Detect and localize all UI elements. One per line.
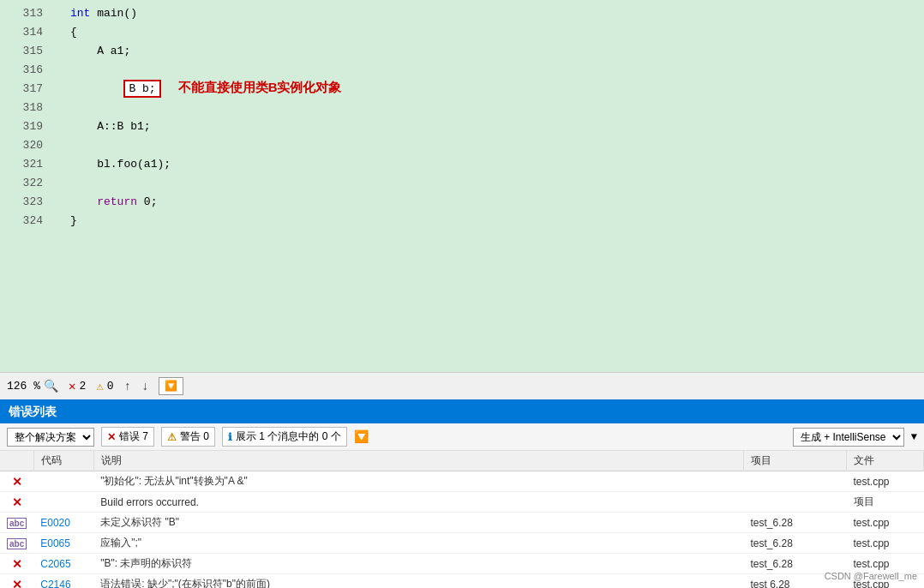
error-panel: 错误列表 整个解决方案 ✕ 错误 7 ⚠ 警告 0 ℹ 展示 1 个消息中的 0…: [0, 399, 924, 588]
warning-badge-icon: ⚠: [167, 431, 177, 443]
code-line: 322: [0, 173, 924, 192]
code-content: [67, 63, 924, 76]
error-panel-title: 错误列表: [0, 401, 924, 423]
line-number: 324: [0, 214, 51, 227]
watermark: CSDN @Farewell_me: [825, 571, 917, 581]
row-description: 应输入";": [93, 533, 743, 554]
error-row-icon: ✕: [12, 578, 22, 589]
row-description: 语法错误: 缺少";"(在标识符"b"的前面): [93, 574, 743, 589]
row-description: Build errors occurred.: [93, 492, 743, 513]
table-row[interactable]: ✕C2065"B": 未声明的标识符test_6.28test.cpp: [0, 554, 924, 574]
error-row-icon: ✕: [12, 495, 22, 509]
filter-extra-icon: 🔽: [354, 429, 369, 444]
table-row[interactable]: ✕Build errors occurred.项目: [0, 492, 924, 513]
error-row-icon: ✕: [12, 557, 22, 571]
row-icon-cell: ✕: [0, 492, 33, 513]
filter-button[interactable]: 🔽: [159, 377, 183, 395]
zoom-value: 126 %: [7, 380, 40, 393]
row-description: "B": 未声明的标识符: [93, 554, 743, 574]
abc-row-icon: abc: [7, 538, 27, 549]
col-header-desc: 说明: [93, 451, 743, 471]
code-editor: 313int main()314{315 A a1;316 317 B b;不能…: [0, 0, 924, 372]
code-line: 319 A::B b1;: [0, 117, 924, 135]
zoom-level: 126 % 🔍: [7, 379, 58, 393]
table-row[interactable]: abcE0020未定义标识符 "B"test_6.28test.cpp: [0, 513, 924, 533]
line-number: 321: [0, 158, 51, 171]
row-project: test_6.28: [744, 533, 847, 554]
code-line: 321 bl.foo(a1);: [0, 154, 924, 173]
table-row[interactable]: ✕"初始化": 无法从"int"转换为"A &"test.cpp: [0, 471, 924, 492]
code-line: 313int main(): [0, 3, 924, 22]
error-table: 代码 说明 项目 文件 ✕"初始化": 无法从"int"转换为"A &"test…: [0, 451, 924, 588]
build-dropdown-icon[interactable]: ▼: [911, 431, 917, 443]
line-number: 316: [0, 63, 51, 76]
code-lines: 313int main()314{315 A a1;316 317 B b;不能…: [0, 0, 924, 372]
row-project: [744, 471, 847, 492]
row-file: test.cpp: [847, 471, 924, 492]
line-number: 317: [0, 82, 51, 95]
line-number: 320: [0, 139, 51, 152]
row-icon-cell: ✕: [0, 554, 33, 574]
status-bar: 126 % 🔍 ✕ 2 ⚠ 0 ↑ ↓ 🔽: [0, 372, 924, 399]
error-icon: ✕: [69, 379, 75, 393]
row-description: 未定义标识符 "B": [93, 513, 743, 533]
code-content: A a1;: [67, 45, 924, 57]
code-content: bl.foo(a1);: [67, 158, 924, 171]
error-filter-button[interactable]: ✕ 错误 7: [101, 427, 154, 447]
error-annotation: 不能直接使用类B实例化对象: [178, 80, 342, 94]
code-content: [67, 101, 924, 114]
code-line: 324}: [0, 211, 924, 230]
code-line: 316: [0, 60, 924, 79]
col-header-icon: [0, 451, 33, 471]
col-header-project: 项目: [744, 451, 847, 471]
code-line: 315 A a1;: [0, 41, 924, 60]
row-icon-cell: ✕: [0, 574, 33, 589]
error-badge-icon: ✕: [107, 431, 116, 443]
code-line: 323 return 0;: [0, 192, 924, 211]
row-code: C2065: [33, 554, 93, 574]
row-code: [33, 492, 93, 513]
code-line: 318: [0, 98, 924, 117]
warning-filter-button[interactable]: ⚠ 警告 0: [161, 427, 215, 447]
table-header: 代码 说明 项目 文件: [0, 451, 924, 471]
error-toolbar: 整个解决方案 ✕ 错误 7 ⚠ 警告 0 ℹ 展示 1 个消息中的 0 个 🔽 …: [0, 423, 924, 451]
warning-count: ⚠ 0: [96, 379, 113, 393]
row-icon-cell: abc: [0, 533, 33, 554]
prev-error-button[interactable]: ↑: [124, 380, 131, 393]
row-icon-cell: ✕: [0, 471, 33, 492]
code-line: 314{: [0, 22, 924, 41]
error-row-icon: ✕: [12, 475, 22, 489]
line-number: 318: [0, 101, 51, 114]
line-number: 319: [0, 120, 51, 133]
code-line: 320: [0, 135, 924, 154]
row-code: E0065: [33, 533, 93, 554]
col-header-code: 代码: [33, 451, 93, 471]
row-file: test.cpp: [847, 533, 924, 554]
table-row[interactable]: abcE0065应输入";"test_6.28test.cpp: [0, 533, 924, 554]
code-content: B b;不能直接使用类B实例化对象: [67, 80, 924, 98]
table-row[interactable]: ✕C2146语法错误: 缺少";"(在标识符"b"的前面)test 6.28te…: [0, 574, 924, 589]
scope-select[interactable]: 整个解决方案: [7, 428, 94, 447]
line-number: 322: [0, 177, 51, 189]
abc-row-icon: abc: [7, 518, 27, 529]
build-select[interactable]: 生成 + IntelliSense: [793, 428, 904, 447]
next-error-button[interactable]: ↓: [141, 380, 148, 393]
filter-icon: 🔽: [165, 380, 177, 393]
code-content: [67, 177, 924, 189]
row-file: 项目: [847, 492, 924, 513]
info-badge-icon: ℹ: [228, 431, 232, 443]
code-content: return 0;: [67, 195, 924, 208]
col-header-file: 文件: [847, 451, 924, 471]
zoom-icon: 🔍: [44, 379, 58, 393]
row-code: E0020: [33, 513, 93, 533]
code-content: int main(): [67, 7, 924, 20]
info-filter-button[interactable]: ℹ 展示 1 个消息中的 0 个: [222, 427, 347, 447]
row-icon-cell: abc: [0, 513, 33, 533]
error-highlight-box: B b;: [123, 80, 160, 98]
row-file: test.cpp: [847, 513, 924, 533]
code-content: {: [67, 26, 924, 39]
code-content: }: [67, 214, 924, 227]
line-number: 313: [0, 7, 51, 20]
row-description: "初始化": 无法从"int"转换为"A &": [93, 471, 743, 492]
code-content: [67, 139, 924, 152]
